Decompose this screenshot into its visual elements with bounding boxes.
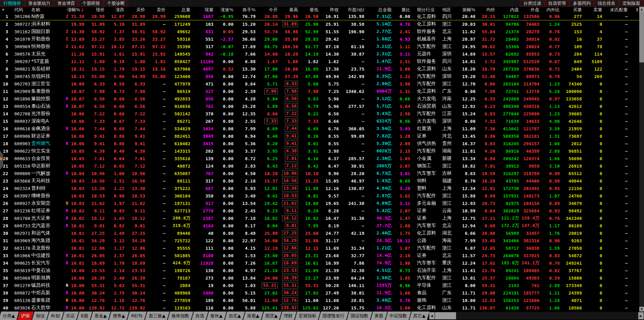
tab-创业[interactable]: 创业 xyxy=(32,312,49,320)
table-row[interactable]: 13000554泰山石油R10.076.560.606.56—916656761… xyxy=(0,102,639,110)
table-row[interactable]: 35603619中曼石油10.0023.532.1423.53—19872613… xyxy=(0,267,639,274)
vertical-scroll-thumb[interactable] xyxy=(639,12,644,62)
tab-新三板[interactable]: 新三板▲ xyxy=(145,312,169,320)
table-row[interactable]: 39605138盛泰集团N10.0012.761.1612.76—2778591… xyxy=(0,297,639,304)
tab-国证指数[interactable]: 国证指数 xyxy=(347,312,372,320)
header-name[interactable]: 名称 xyxy=(31,7,63,13)
header-industry[interactable]: 细分行业 xyxy=(412,7,441,13)
tab-分类[interactable]: 分类▲ xyxy=(0,312,19,320)
header-low[interactable]: 最低 xyxy=(300,7,320,13)
table-row[interactable]: 33601066中信建投R10.0126.052.3726.05—5818858… xyxy=(0,252,639,259)
header-pe[interactable]: 市盈(动) xyxy=(341,7,366,13)
tab-板块[interactable]: 板块▲ xyxy=(206,312,226,320)
header-change[interactable]: 涨跌 xyxy=(107,7,126,13)
table-row[interactable]: 34000625长安汽车R10.0118.691.7018.69—424.9万1… xyxy=(0,259,639,267)
table-row[interactable]: 9300745欣锐科技10.1355.005.0654.9955.0012346… xyxy=(0,73,639,80)
table-row[interactable]: 11002909集泰股份10.077.980.737.98—865195270.… xyxy=(0,88,639,95)
header-open[interactable]: 今开 xyxy=(258,7,280,13)
header-sell-volume[interactable]: 卖量 xyxy=(584,7,604,13)
table-row[interactable]: 22000800一汽解放R10.0410.961.0010.96—6350877… xyxy=(0,170,639,177)
table-row[interactable]: 27601236红塔证券R10.029.110.839.11—627713277… xyxy=(0,207,639,214)
header-turnover[interactable]: 换手% xyxy=(236,7,258,13)
header-speed[interactable]: 涨速% xyxy=(215,7,236,13)
table-row[interactable]: 12001896豫能控股R10.076.560.606.56—492833856… xyxy=(0,95,639,102)
tab-自选[interactable]: 自选 xyxy=(191,312,208,320)
vertical-scrollbar[interactable]: ▲ ▼ xyxy=(639,7,644,312)
header-avg-price[interactable]: 均价 xyxy=(477,7,497,13)
menu-item-行情报价[interactable]: 行情报价 xyxy=(0,0,24,7)
table-row[interactable]: 36605068明新旭腾10.0026.392.4026.39—78187273… xyxy=(0,274,639,282)
table-row[interactable]: 8300821东岳硅材10.3119.151.7919.1519.1663796… xyxy=(0,65,639,73)
header-change-pct[interactable]: 涨幅%↓ xyxy=(71,7,86,13)
table-row[interactable]: 28601788光大证券R10.0218.121.6518.12—280.6万2… xyxy=(0,214,639,222)
tab-板块指数[interactable]: 板块指数 xyxy=(168,312,193,320)
tab-美股[interactable]: 美股 xyxy=(370,312,387,320)
tab-国债预发行[interactable]: 国债预发行 xyxy=(318,312,348,320)
table-row[interactable]: 25603997继峰股份10.0310.530.9610.53—30610435… xyxy=(0,192,639,200)
help-icon[interactable]: ? xyxy=(636,8,638,13)
header-current-volume[interactable]: 现量 xyxy=(192,7,215,13)
horizontal-scroll-track[interactable] xyxy=(456,312,638,319)
tab-自定[interactable]: 自定▲ xyxy=(225,312,245,320)
table-row[interactable]: 6300570太辰光11.2615.911.6115.9115.92148545… xyxy=(0,50,639,58)
tab-中证指数[interactable]: 中证指数 xyxy=(385,312,411,320)
header-ask[interactable]: 卖价 xyxy=(147,7,168,13)
table-row[interactable]: 30002971和远气体10.0127.252.4827.25—89446400… xyxy=(0,229,639,237)
table-row[interactable]: 32603178圣龙股份10.0112.861.1712.86—95555111… xyxy=(0,244,639,252)
menu-item-多股同列[interactable]: 多股同列 xyxy=(570,0,594,7)
table-row[interactable]: 37001270铖昌科技N10.0055.315.0355.31—2884190… xyxy=(0,282,639,289)
table-row[interactable]: 23603668天马科技10.0316.561.5116.56—88111317… xyxy=(0,177,639,185)
tab-科创[interactable]: 科创 xyxy=(47,312,64,320)
menu-item-自选管理[interactable]: 自选管理 xyxy=(545,0,569,7)
menu-item-资金驱动力[interactable]: 资金驱动力 xyxy=(25,0,54,7)
tab-宏观指标[interactable]: 宏观指标 xyxy=(295,312,320,320)
table-row[interactable]: 10002703浙江世宝10.096.330.586.33—4779784710… xyxy=(0,80,639,88)
table-row[interactable]: 7300297*ST蓝盾11.111.800.181.801.818584271… xyxy=(0,58,639,65)
scroll-down-icon[interactable]: ▼ xyxy=(639,307,644,312)
table-row[interactable]: 29600733北汽蓝谷R10.019.010.829.01—319.6万416… xyxy=(0,222,639,229)
header-high[interactable]: 最高 xyxy=(280,7,300,13)
tab-北证[interactable]: 北证 xyxy=(62,312,79,320)
header-inner-outer-ratio[interactable]: 内外比 xyxy=(541,7,562,13)
menu-item-分类过滤[interactable]: 分类过滤 xyxy=(520,0,544,7)
table-row[interactable]: 5300969恒帅股份Z11.6297.2210.1297.2197.22353… xyxy=(0,43,639,50)
vertical-scroll-track[interactable] xyxy=(639,62,644,307)
table-row[interactable]: 21605158华达新材10.057.120.657.12—408721240.… xyxy=(0,162,639,170)
header-region[interactable]: 地区 xyxy=(441,7,462,13)
header-unmatched-volume[interactable]: 未匹配量 xyxy=(604,7,639,13)
header-buy-volume[interactable]: 买量 xyxy=(562,7,584,13)
table-row[interactable]: 15000037深南电A10.067.330.677.33—862712670.… xyxy=(0,117,639,125)
header-total-volume[interactable]: 总量 xyxy=(168,7,192,13)
table-row[interactable]: 3301162国能日新Z14.3058.927.3758.9158.924965… xyxy=(0,28,639,35)
hscroll-left-icon[interactable]: ◀ xyxy=(429,312,435,319)
header-volume-ratio[interactable]: 量比 xyxy=(394,7,412,13)
table-row[interactable]: 40603026石大胜华R10.00139.9212.72139.92—1191… xyxy=(0,304,639,312)
horizontal-scroll-thumb[interactable] xyxy=(435,312,456,319)
menu-item-个股诊断[interactable]: 个股诊断 xyxy=(104,0,128,7)
tab-其它[interactable]: 其它▲ xyxy=(409,312,429,320)
tab-基金[interactable]: 基金▲ xyxy=(90,312,110,320)
header-row-num[interactable]: ▼ xyxy=(0,7,10,13)
tab-REITs[interactable]: REITs xyxy=(127,312,146,320)
tab-期货[interactable]: 期货▲ xyxy=(261,312,281,320)
table-row[interactable]: 1301286N侨源Z71.3828.9812.0728.9828.992596… xyxy=(0,13,639,20)
tab-港股[interactable]: 港股▲ xyxy=(243,312,263,320)
filter-icon[interactable]: ▼ xyxy=(0,8,4,12)
table-row[interactable]: 19000622恒立实业10.054.380.404.38—1433152020… xyxy=(0,147,639,155)
menu-item-综合排名[interactable]: 综合排名 xyxy=(594,0,619,7)
header-amount[interactable]: 总金额 xyxy=(366,7,394,13)
menu-item-资金博弈[interactable]: 资金博弈 xyxy=(54,0,79,7)
header-code[interactable]: 代码 xyxy=(10,7,31,13)
header-inner-volume[interactable]: 内盘 xyxy=(497,7,521,13)
table-row[interactable]: 16600616金枫酒业R10.067.440.687.44—534829103… xyxy=(0,125,639,132)
header-outer-volume[interactable]: 外盘 xyxy=(521,7,541,13)
table-row[interactable]: 4301070开勒股份Z13.0933.273.8533.2633.275931… xyxy=(0,35,639,43)
table-row[interactable]: 14002708光洋股份10.067.220.667.22—5021423700… xyxy=(0,110,639,117)
tab-B股[interactable]: B股 xyxy=(77,312,92,320)
table-row[interactable]: 26600927永安期货N10.0321.621.9721.62—1971319… xyxy=(0,200,639,207)
menu-item-定制版面[interactable]: 定制版面 xyxy=(619,0,644,7)
table-row[interactable]: 17600906财达证券10.069.410.869.41—8824513949… xyxy=(0,132,639,140)
header-price[interactable]: 现价 xyxy=(86,7,107,13)
table-row[interactable]: 18600903贵州燃气R10.069.410.869.41—610402341… xyxy=(0,140,639,147)
header-amplitude[interactable]: 振幅% xyxy=(462,7,477,13)
